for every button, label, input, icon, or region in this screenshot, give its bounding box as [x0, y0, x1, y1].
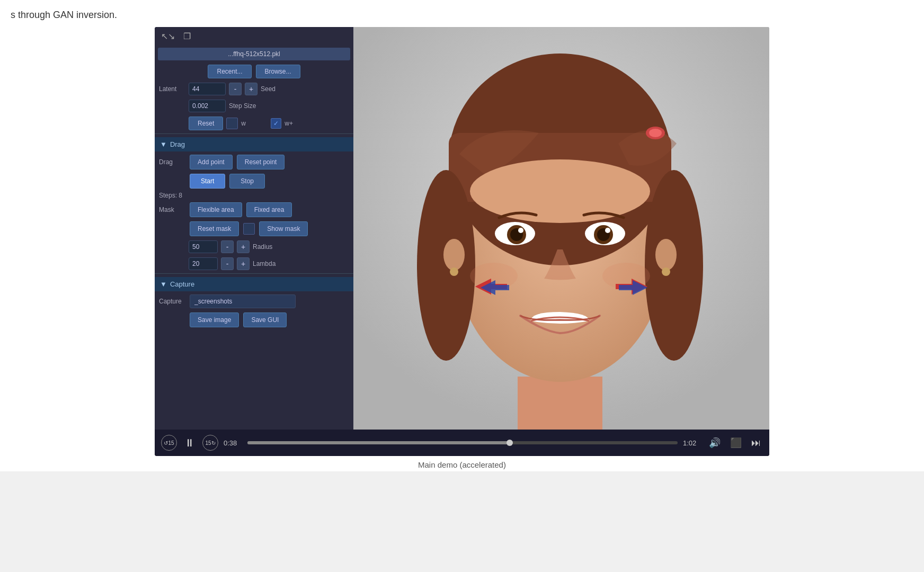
file-path-bar: ...ffhq-512x512.pkl	[158, 48, 350, 60]
save-buttons-row: Save image Save GUI	[155, 310, 353, 329]
radius-row: - + Radius	[155, 238, 353, 255]
save-gui-button[interactable]: Save GUI	[243, 312, 287, 327]
capture-chevron-icon: ▼	[160, 280, 167, 288]
start-stop-row: Start Stop	[155, 172, 353, 191]
rewind-icon: ↺15	[164, 440, 174, 446]
fixed-area-button[interactable]: Fixed area	[246, 202, 292, 217]
video-controls-bar: ↺15 ⏸ 15↻ 0:38 1:02	[155, 430, 769, 456]
svg-rect-2	[518, 377, 602, 430]
mask-label: Mask	[159, 206, 185, 213]
lambda-minus-button[interactable]: -	[221, 257, 234, 270]
w-checked[interactable]: ✓	[271, 118, 281, 129]
panel-header-row: ↖↘ ❐	[155, 27, 353, 46]
forward-icon: 15↻	[205, 440, 215, 446]
seed-minus-button[interactable]: -	[229, 83, 242, 95]
capture-section-label: Capture	[170, 280, 194, 288]
step-size-label: Step Size	[229, 102, 256, 110]
svg-point-6	[417, 170, 475, 361]
airplay-icon: ⬛	[730, 437, 742, 448]
lambda-label: Lambda	[253, 260, 279, 267]
wplus-label: w+	[285, 120, 311, 127]
svg-point-23	[655, 239, 677, 271]
step-size-row: Step Size	[155, 97, 353, 114]
recent-button[interactable]: Recent...	[208, 65, 251, 78]
save-image-button[interactable]: Save image	[190, 312, 239, 327]
w-label: w	[241, 120, 268, 127]
flexible-area-button[interactable]: Flexible area	[190, 202, 242, 217]
w-checkbox[interactable]	[226, 118, 238, 129]
drag-controls-row: Drag Add point Reset point	[155, 153, 353, 172]
current-time: 0:38	[224, 439, 242, 447]
progress-thumb[interactable]	[507, 440, 513, 446]
left-panel: ↖↘ ❐ ...ffhq-512x512.pkl Recent... Brows…	[155, 27, 353, 430]
show-mask-checkbox[interactable]	[243, 223, 255, 235]
radius-input[interactable]	[189, 240, 218, 253]
mask-controls-row: Reset mask Show mask	[155, 219, 353, 238]
radius-minus-button[interactable]: -	[221, 240, 234, 253]
skip-icon: ⏭	[751, 437, 761, 448]
capture-label: Capture	[159, 298, 185, 305]
drag-label: Drag	[159, 158, 185, 166]
volume-icon: 🔊	[709, 437, 721, 448]
svg-point-10	[649, 129, 662, 137]
skip-forward-button[interactable]: ⏭	[749, 435, 763, 451]
lambda-input[interactable]	[189, 257, 218, 270]
svg-point-24	[662, 267, 670, 276]
page-title: s through GAN inversion.	[0, 5, 924, 27]
lambda-row: - + Lambda	[155, 255, 353, 272]
svg-point-14	[518, 228, 523, 233]
stop-button[interactable]: Stop	[229, 174, 265, 189]
progress-fill	[247, 441, 510, 444]
pause-button[interactable]: ⏸	[182, 435, 197, 451]
mask-row: Mask Flexible area Fixed area	[155, 200, 353, 219]
right-panel	[353, 27, 769, 430]
reset-mask-button[interactable]: Reset mask	[190, 221, 239, 236]
resize-icon[interactable]: ↖↘	[159, 30, 177, 42]
pause-icon: ⏸	[184, 437, 195, 449]
step-size-input[interactable]	[189, 100, 226, 112]
screenshots-input[interactable]	[190, 294, 296, 308]
steps-text: Steps: 8	[155, 191, 353, 200]
drag-section-header[interactable]: ▼ Drag	[155, 137, 353, 151]
browse-button[interactable]: Browse...	[256, 65, 300, 78]
drag-section-label: Drag	[170, 140, 185, 148]
reset-row: Reset w ✓ w+	[155, 114, 353, 132]
reset-point-button[interactable]: Reset point	[237, 155, 285, 169]
start-button[interactable]: Start	[190, 174, 225, 189]
file-buttons-row: Recent... Browse...	[155, 62, 353, 81]
svg-point-22	[450, 267, 458, 276]
forward-button[interactable]: 15↻	[202, 435, 218, 451]
radius-label: Radius	[253, 243, 279, 251]
capture-section-header[interactable]: ▼ Capture	[155, 277, 353, 291]
face-image	[353, 27, 769, 430]
seed-input[interactable]	[189, 83, 226, 95]
svg-point-7	[645, 170, 703, 361]
drag-chevron-icon: ▼	[160, 140, 167, 148]
total-time: 1:02	[683, 439, 701, 447]
progress-bar[interactable]	[247, 441, 678, 444]
airplay-button[interactable]: ⬛	[728, 435, 744, 451]
reset-button[interactable]: Reset	[189, 117, 223, 130]
radius-plus-button[interactable]: +	[237, 240, 250, 253]
lambda-plus-button[interactable]: +	[237, 257, 250, 270]
latent-row: Latent - + Seed	[155, 81, 353, 97]
volume-button[interactable]: 🔊	[707, 435, 723, 451]
windows-icon[interactable]: ❐	[181, 30, 193, 42]
latent-label: Latent	[159, 85, 185, 93]
seed-plus-button[interactable]: +	[245, 83, 257, 95]
capture-row: Capture	[155, 292, 353, 310]
seed-label: Seed	[261, 85, 287, 93]
show-mask-button[interactable]: Show mask	[259, 221, 308, 236]
svg-point-8	[470, 159, 650, 223]
add-point-button[interactable]: Add point	[190, 155, 233, 169]
rewind-button[interactable]: ↺15	[161, 435, 177, 451]
svg-point-18	[605, 228, 610, 233]
svg-point-21	[443, 239, 465, 271]
video-caption: Main demo (accelerated)	[418, 456, 506, 471]
